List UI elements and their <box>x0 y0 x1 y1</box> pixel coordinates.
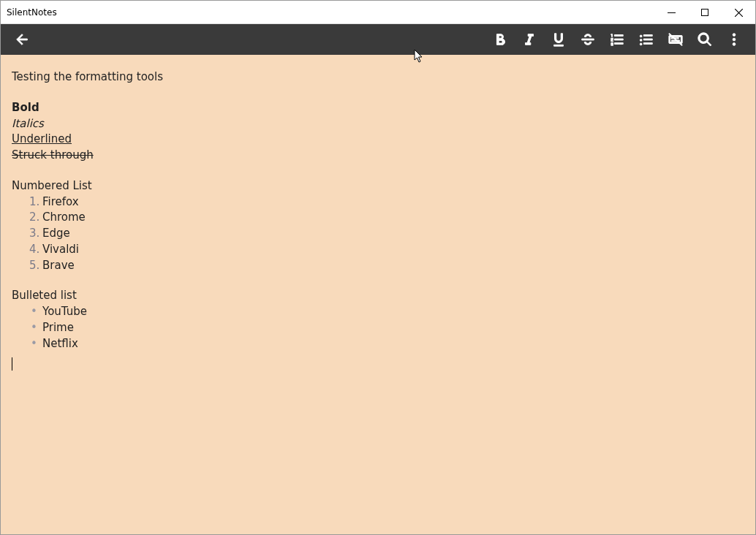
svg-rect-0 <box>668 12 676 13</box>
italic-sample: Italics <box>12 116 744 132</box>
list-item: 4.Vivaldi <box>29 242 744 258</box>
list-item: Prime <box>29 320 744 336</box>
underline-sample: Underlined <box>12 132 744 148</box>
list-item: 5.Brave <box>29 258 744 274</box>
app-title: SilentNotes <box>7 7 57 18</box>
search-button[interactable] <box>691 26 719 53</box>
strike-sample: Struck through <box>12 148 744 164</box>
title-bar: SilentNotes <box>1 1 755 24</box>
list-item: 3.Edge <box>29 226 744 242</box>
svg-point-4 <box>733 43 736 46</box>
list-item: YouTube <box>29 304 744 320</box>
svg-point-3 <box>733 38 736 41</box>
bulleted-heading: Bulleted list <box>12 288 744 304</box>
more-menu-button[interactable] <box>720 26 748 53</box>
numbered-heading: Numbered List <box>12 178 744 194</box>
maximize-button[interactable] <box>688 1 722 24</box>
note-editor[interactable]: Testing the formatting tools Bold Italic… <box>1 55 755 534</box>
text-caret <box>12 357 12 371</box>
list-item: Netflix <box>29 336 744 352</box>
keyboard-off-button[interactable] <box>662 26 689 53</box>
back-button[interactable] <box>8 26 36 53</box>
bold-sample: Bold <box>12 100 744 116</box>
list-item: 2.Chrome <box>29 210 744 226</box>
close-button[interactable] <box>722 1 755 24</box>
numbered-list-button[interactable] <box>603 26 631 53</box>
bulleted-list: YouTube Prime Netflix <box>29 304 744 352</box>
editor-toolbar <box>1 24 755 55</box>
svg-rect-1 <box>701 9 708 15</box>
bold-button[interactable] <box>486 26 514 53</box>
strikethrough-button[interactable] <box>574 26 602 53</box>
underline-button[interactable] <box>545 26 572 53</box>
window-controls <box>654 1 755 24</box>
note-heading: Testing the formatting tools <box>12 69 744 86</box>
svg-point-2 <box>733 34 736 37</box>
minimize-button[interactable] <box>654 1 688 24</box>
bulleted-list-button[interactable] <box>632 26 660 53</box>
numbered-list: 1.Firefox 2.Chrome 3.Edge 4.Vivaldi 5.Br… <box>29 194 744 274</box>
italic-button[interactable] <box>515 26 543 53</box>
list-item: 1.Firefox <box>29 194 744 210</box>
